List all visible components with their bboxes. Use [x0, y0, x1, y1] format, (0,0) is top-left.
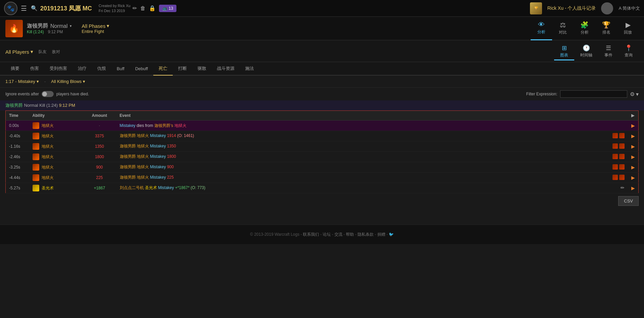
twitch-button[interactable]: 📺 13: [159, 5, 176, 12]
event-source: 迦顿男爵: [120, 133, 136, 138]
nav-summary[interactable]: 🧩 分析: [574, 17, 595, 40]
toggle-knob: [42, 92, 47, 96]
event-paren: (O: 1461): [177, 133, 194, 138]
row-event: ✏ 刘点点二号机 圣光术 Mistakey +*1867* (O: 773): [116, 183, 628, 193]
row-arrow[interactable]: ▶: [628, 141, 639, 152]
tab-casts[interactable]: 施法: [240, 62, 259, 76]
user-avatar[interactable]: [601, 2, 613, 14]
filter-bar: 1:17 - Mistakey ▾ - All Killing Blows ▾: [0, 76, 644, 88]
row-arrow[interactable]: ▶: [628, 162, 639, 173]
killing-blows-filter[interactable]: All Killing Blows ▾: [51, 79, 85, 84]
tab-deaths[interactable]: 死亡: [153, 62, 173, 76]
tab-damage-taken[interactable]: 受到伤害: [44, 62, 72, 76]
tab-healing[interactable]: 治疗: [72, 62, 92, 76]
tab-damage[interactable]: 伤害: [25, 62, 44, 76]
tab-resources[interactable]: 战斗资源: [212, 62, 240, 76]
event-amount: 1350: [167, 144, 176, 148]
gear-icon[interactable]: ⚙ ▾: [630, 91, 639, 97]
tab-buff[interactable]: Buff: [111, 63, 130, 75]
event-amount: 225: [167, 175, 174, 180]
view-timeline[interactable]: 🕐 时间轴: [574, 43, 598, 60]
filter-expression-label: Filter Expression:: [526, 92, 557, 96]
nav-compare[interactable]: ⚖ 对比: [552, 17, 574, 40]
phase-label[interactable]: All Phases ▾: [82, 23, 110, 29]
ignore-bar: Ignore events after players have died. F…: [0, 88, 644, 100]
event-icons: [612, 133, 625, 138]
amount-value: 1350: [95, 144, 104, 149]
footer-link-forum[interactable]: 论坛: [323, 232, 331, 237]
view-events[interactable]: ☰ 事件: [598, 43, 619, 60]
nav-analyze[interactable]: 👁 分析: [531, 17, 552, 40]
ability-name: 地狱火: [42, 134, 54, 138]
row-arrow[interactable]: ▶: [628, 152, 639, 162]
row-arrow[interactable]: ▶: [628, 131, 639, 141]
row-time: -4.44s: [6, 173, 29, 183]
enemy-label[interactable]: 敌对: [52, 49, 60, 55]
tab-summary[interactable]: 摘要: [5, 62, 25, 76]
footer-link-help[interactable]: 帮助: [346, 232, 354, 237]
lock-icon[interactable]: 🔒: [149, 5, 156, 11]
footer-link-privacy[interactable]: 隐私条款: [358, 232, 374, 237]
tab-debuff[interactable]: Debuff: [130, 63, 153, 75]
event-amount: +*1867*: [175, 185, 190, 190]
user-badge: 🏆: [530, 2, 542, 14]
tab-threat[interactable]: 仇恨: [92, 62, 111, 76]
filter-expression-input[interactable]: [560, 90, 627, 98]
nav-right-section: 🏆 Rick Xu - 个人战斗记录 A 简体中文: [530, 2, 640, 14]
team-label[interactable]: 队友: [39, 49, 47, 55]
twitter-icon[interactable]: 🐦: [389, 232, 394, 237]
death-table: Time Ability Amount Event ▶ 0.00s 地狱火 - …: [5, 110, 639, 193]
username-label[interactable]: Rick Xu - 个人战斗记录: [547, 5, 596, 11]
time-filter[interactable]: 1:17 - Mistakey ▾: [5, 79, 39, 84]
event-icon-1: [612, 133, 618, 138]
event-ability-ref: 地狱火: [174, 123, 186, 128]
row-arrow[interactable]: ▶: [628, 121, 639, 131]
row-time: -2.46s: [6, 152, 29, 162]
boss-difficulty-dropdown[interactable]: ▾: [70, 24, 72, 28]
boss-thumbnail: 🔥: [5, 20, 23, 37]
footer-link-contact[interactable]: 联系我们: [303, 232, 319, 237]
player-dropdown-arrow[interactable]: ▾: [37, 79, 39, 84]
time-value: 1:17: [5, 79, 14, 84]
boss-kill-time: 9:12 PM: [48, 30, 63, 34]
puzzle-icon: 🧩: [580, 21, 589, 29]
csv-section: CSV: [5, 193, 639, 206]
footer-link-exchange[interactable]: 交流: [334, 232, 342, 237]
view-query[interactable]: 📍 查询: [619, 43, 639, 60]
event-paren: (O: 773): [191, 185, 205, 190]
row-amount: 1350: [83, 141, 116, 152]
ignore-toggle[interactable]: [42, 91, 54, 97]
player-name-filter: Mistakey: [18, 79, 35, 84]
event-icon-1: [612, 154, 618, 159]
row-arrow[interactable]: ▶: [628, 183, 639, 193]
nav-ranking[interactable]: 🏆 排名: [595, 17, 617, 40]
ability-icon: [33, 122, 39, 129]
nav-replay[interactable]: ▶ 回放: [617, 17, 639, 40]
event-source: 迦顿男爵: [120, 154, 136, 159]
delete-icon[interactable]: 🗑: [140, 5, 146, 11]
event-player: Mistakey: [150, 133, 167, 138]
row-ability: 地狱火: [29, 162, 83, 173]
killing-blows-dropdown[interactable]: ▾: [83, 79, 85, 84]
row-arrow[interactable]: ▶: [628, 173, 639, 183]
footer-copyright: © 2013-2019 Warcraft Logs: [250, 232, 300, 237]
language-selector[interactable]: A 简体中文: [619, 5, 640, 11]
tab-dispels[interactable]: 驱散: [192, 62, 212, 76]
all-players-label[interactable]: All Players ▾: [5, 49, 33, 55]
ability-icon: [33, 153, 39, 160]
row-ability: 地狱火: [29, 121, 83, 131]
footer-link-donate[interactable]: 捐赠: [377, 232, 385, 237]
hamburger-menu[interactable]: ☰: [21, 4, 27, 12]
tab-interrupts[interactable]: 打断: [173, 62, 192, 76]
csv-button[interactable]: CSV: [618, 196, 639, 206]
row-event: 迦顿男爵 地狱火 Mistakey 900: [116, 162, 628, 173]
event-amount: 1800: [167, 154, 176, 159]
site-logo[interactable]: 🐾: [4, 2, 17, 15]
event-ability: 地狱火: [137, 175, 150, 180]
table-row: -2.46s 地狱火 1800 迦顿男爵 地狱火: [6, 152, 639, 162]
search-icon[interactable]: 🔍: [31, 5, 38, 11]
view-chart[interactable]: ⊞ 图表: [554, 43, 574, 60]
edit-icon[interactable]: ✏: [132, 5, 137, 11]
col-arrow[interactable]: ▶: [628, 111, 639, 121]
top-nav: 🐾 ☰ 🔍 20191213 凤愿 MC Created by Rick Xu …: [0, 0, 644, 17]
